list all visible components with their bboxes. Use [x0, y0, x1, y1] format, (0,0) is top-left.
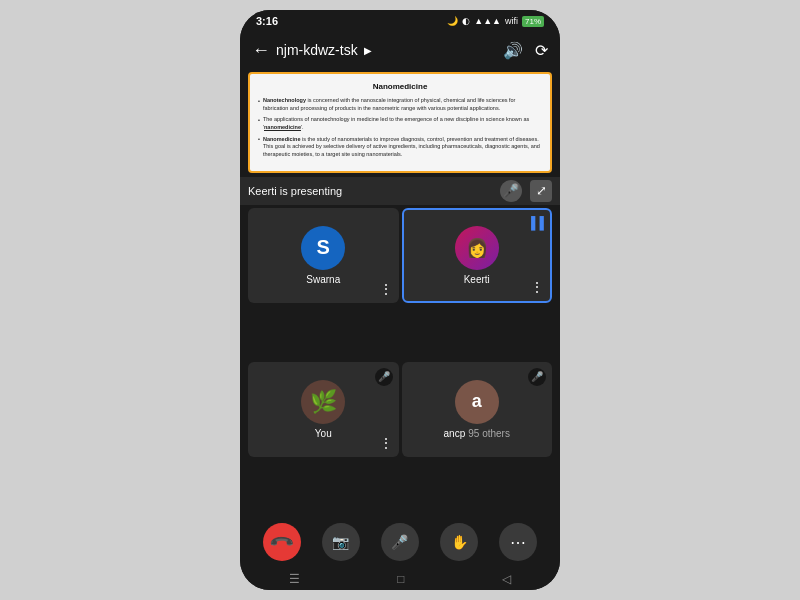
rotate-button[interactable]: ⟳: [535, 41, 548, 60]
keyword-1: Nanotechnology: [263, 97, 306, 103]
participants-grid: S Swarna ⋮ 👩 Keerti ⋮ ▐▐ 🌿 You ⋮ 🎤 a anc…: [240, 205, 560, 516]
speaker-button[interactable]: 🔊: [503, 41, 523, 60]
moon-icon: 🌙: [447, 16, 458, 26]
others-count: 95 others: [468, 428, 510, 439]
bullet-text-3: Nanomedicine is the study of nanomateria…: [263, 136, 542, 159]
bullet-text-2: The applications of nanotechnology in me…: [263, 116, 542, 131]
wifi-icon: wifi: [505, 16, 518, 26]
camera-icon: 📷: [332, 534, 349, 550]
you-mute-icon: 🎤: [375, 368, 393, 386]
avatar-ancp: a: [455, 380, 499, 424]
bullet-3: • Nanomedicine is the study of nanomater…: [258, 136, 542, 159]
swarna-more-button[interactable]: ⋮: [379, 281, 393, 297]
hand-icon: ✋: [451, 534, 468, 550]
keyword-3: Nanomedicine: [263, 136, 301, 142]
expand-icon[interactable]: ▶: [364, 45, 372, 56]
end-call-button[interactable]: 📞: [263, 523, 301, 561]
keerti-audio-icon: ▐▐: [527, 216, 544, 230]
presenting-bar: Keerti is presenting 🎤 ⤢: [240, 177, 560, 205]
more-options-button[interactable]: ⋯: [499, 523, 537, 561]
camera-button[interactable]: 📷: [322, 523, 360, 561]
bullet-2: • The applications of nanotechnology in …: [258, 116, 542, 131]
avatar-keerti: 👩: [455, 226, 499, 270]
top-bar: ← njm-kdwz-tsk ▶ 🔊 ⟳: [240, 32, 560, 68]
bullet-dot-1: •: [258, 98, 260, 113]
you-more-button[interactable]: ⋮: [379, 435, 393, 451]
nav-menu-icon[interactable]: ☰: [289, 572, 300, 584]
fullscreen-icon[interactable]: ⤢: [530, 180, 552, 202]
top-bar-left: ← njm-kdwz-tsk ▶: [252, 40, 372, 61]
participant-tile-keerti: 👩 Keerti ⋮ ▐▐: [402, 208, 553, 303]
participant-name-swarna: Swarna: [306, 274, 340, 285]
nav-back-icon[interactable]: ◁: [502, 572, 511, 584]
battery-icon: 71%: [522, 16, 544, 27]
ancp-name-row: ancp 95 others: [444, 428, 510, 439]
mic-slash-icon[interactable]: 🎤: [500, 180, 522, 202]
mic-icon: 🎤: [391, 534, 408, 550]
keyword-2: nanomedicine: [264, 124, 301, 130]
presentation-content: • Nanotechnology is concerned with the n…: [258, 97, 542, 159]
hand-raise-button[interactable]: ✋: [440, 523, 478, 561]
presentation-title: Nanomedicine: [258, 82, 542, 91]
participant-name-keerti: Keerti: [464, 274, 490, 285]
bullet-text-1: Nanotechnology is concerned with the nan…: [263, 97, 542, 112]
participant-name-you: You: [315, 428, 332, 439]
status-bar: 3:16 🌙 ◐ ▲▲▲ wifi 71%: [240, 10, 560, 32]
keerti-more-button[interactable]: ⋮: [530, 279, 544, 295]
presentation-area: Nanomedicine • Nanotechnology is concern…: [248, 72, 552, 173]
mic-button[interactable]: 🎤: [381, 523, 419, 561]
ancp-mute-icon: 🎤: [528, 368, 546, 386]
presenting-icons: 🎤 ⤢: [500, 180, 552, 202]
bullet-dot-3: •: [258, 136, 260, 159]
battery-saver-icon: ◐: [462, 16, 470, 26]
participant-tile-ancp: a ancp 95 others 🎤: [402, 362, 553, 457]
end-call-icon: 📞: [268, 528, 296, 556]
bottom-controls: 📞 📷 🎤 ✋ ⋯: [240, 516, 560, 568]
avatar-you: 🌿: [301, 380, 345, 424]
signal-icon: ▲▲▲: [474, 16, 501, 26]
more-icon: ⋯: [510, 533, 526, 552]
meeting-title: njm-kdwz-tsk: [276, 42, 358, 58]
avatar-swarna: S: [301, 226, 345, 270]
phone-frame: 3:16 🌙 ◐ ▲▲▲ wifi 71% ← njm-kdwz-tsk ▶ 🔊…: [240, 10, 560, 590]
participant-tile-you: 🌿 You ⋮ 🎤: [248, 362, 399, 457]
bullet-1: • Nanotechnology is concerned with the n…: [258, 97, 542, 112]
nav-home-icon[interactable]: □: [397, 572, 404, 584]
top-bar-right: 🔊 ⟳: [503, 41, 548, 60]
bullet-dot-2: •: [258, 117, 260, 132]
status-icons: 🌙 ◐ ▲▲▲ wifi 71%: [447, 16, 544, 27]
status-time: 3:16: [256, 15, 278, 27]
nav-bar: ☰ □ ◁: [240, 568, 560, 590]
presenting-text: Keerti is presenting: [248, 185, 342, 197]
back-button[interactable]: ←: [252, 40, 270, 61]
participant-name-ancp: ancp: [444, 428, 466, 439]
participant-tile-swarna: S Swarna ⋮: [248, 208, 399, 303]
